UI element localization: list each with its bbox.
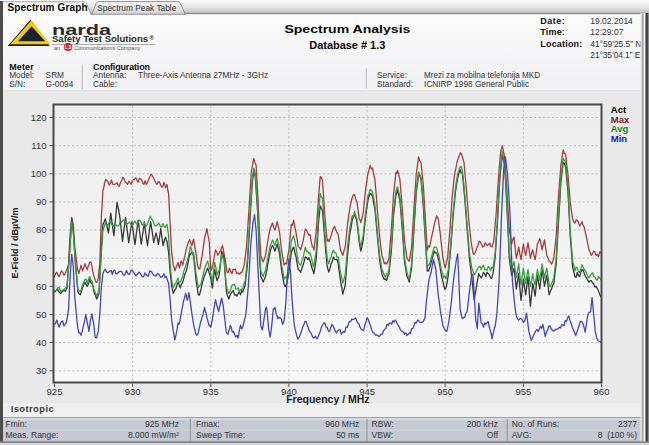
svg-text:Standard:: Standard: <box>377 79 413 89</box>
svg-text:Meas. Range:: Meas. Range: <box>6 430 59 440</box>
svg-text:E-Field / dBµV/m: E-Field / dBµV/m <box>10 207 20 278</box>
svg-text:Min: Min <box>611 133 628 144</box>
svg-text:8.000 mW/m²: 8.000 mW/m² <box>128 430 179 440</box>
svg-text:Time:: Time: <box>540 27 565 37</box>
svg-text:930: 930 <box>125 386 141 397</box>
svg-text:Three-Axis Antenna 27MHz - 3GH: Three-Axis Antenna 27MHz - 3GHz <box>138 70 268 80</box>
svg-text:8 (100 %): 8 (100 %) <box>598 430 637 440</box>
svg-text:S/N:: S/N: <box>9 79 25 89</box>
svg-text:41°59’25.5” N: 41°59’25.5” N <box>590 39 641 49</box>
svg-text:Spectrum Graph: Spectrum Graph <box>8 2 88 13</box>
svg-text:21°35’04.1” E: 21°35’04.1” E <box>590 50 640 60</box>
svg-text:90: 90 <box>36 196 47 207</box>
svg-text:19.02.2014: 19.02.2014 <box>590 16 633 26</box>
svg-text:50: 50 <box>36 309 47 320</box>
svg-text:960 MHz: 960 MHz <box>325 419 359 429</box>
svg-text:L3: L3 <box>65 44 71 50</box>
svg-text:30: 30 <box>36 365 47 376</box>
svg-text:Database # 1.3: Database # 1.3 <box>309 40 385 51</box>
svg-text:AVG:: AVG: <box>512 430 532 440</box>
svg-text:an: an <box>54 45 60 51</box>
svg-text:925: 925 <box>47 386 63 397</box>
svg-text:RBW:: RBW: <box>372 419 394 429</box>
svg-text:Fmin:: Fmin: <box>6 419 27 429</box>
svg-text:VBW:: VBW: <box>372 430 394 440</box>
svg-text:12:29:07: 12:29:07 <box>590 27 623 37</box>
svg-text:Location:: Location: <box>540 39 582 49</box>
svg-text:120: 120 <box>31 112 47 123</box>
svg-text:100: 100 <box>31 168 47 179</box>
svg-text:Sweep Time:: Sweep Time: <box>196 430 245 440</box>
svg-text:Spectrum Analysis: Spectrum Analysis <box>284 23 410 35</box>
svg-text:Isotropic: Isotropic <box>11 403 54 414</box>
svg-text:955: 955 <box>515 386 531 397</box>
svg-text:Off: Off <box>487 430 499 440</box>
svg-text:Communications Company: Communications Company <box>74 45 140 51</box>
svg-text:60: 60 <box>36 281 47 292</box>
svg-text:Cable:: Cable: <box>93 79 117 89</box>
svg-text:Safety Test Solutions: Safety Test Solutions <box>52 33 148 44</box>
svg-text:2377: 2377 <box>618 419 637 429</box>
svg-text:50 ms: 50 ms <box>336 430 359 440</box>
svg-text:Date:: Date: <box>540 16 565 26</box>
svg-text:110: 110 <box>31 140 46 151</box>
svg-text:950: 950 <box>437 386 453 397</box>
svg-text:No. of Runs:: No. of Runs: <box>512 419 559 429</box>
svg-text:200 kHz: 200 kHz <box>467 419 498 429</box>
svg-text:G-0094: G-0094 <box>46 79 74 89</box>
svg-text:40: 40 <box>36 337 47 348</box>
svg-text:925 MHz: 925 MHz <box>145 419 179 429</box>
svg-text:ICNIRP 1998 General Public: ICNIRP 1998 General Public <box>424 79 529 89</box>
svg-text:935: 935 <box>203 386 219 397</box>
svg-text:960: 960 <box>594 386 610 397</box>
svg-text:80: 80 <box>36 224 47 235</box>
svg-text:Frequency / MHz: Frequency / MHz <box>286 393 369 405</box>
svg-text:Fmax:: Fmax: <box>196 419 220 429</box>
svg-text:70: 70 <box>36 252 47 263</box>
svg-text:®: ® <box>150 35 155 41</box>
svg-text:Spectrum Peak Table: Spectrum Peak Table <box>97 3 176 13</box>
